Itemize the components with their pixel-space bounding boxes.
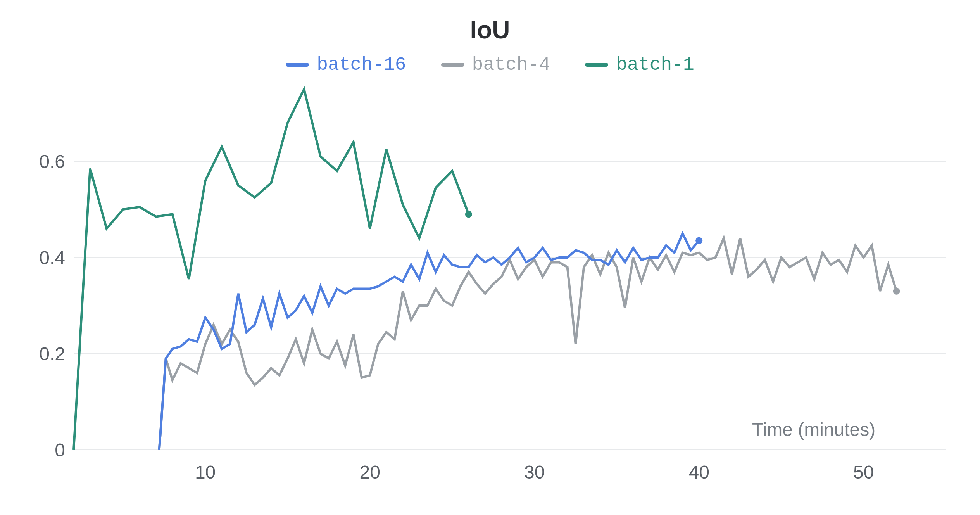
legend-swatch-icon: [286, 63, 309, 67]
y-tick-label: 0.6: [7, 151, 65, 172]
legend-label: batch-4: [472, 54, 550, 75]
x-tick-label: 20: [359, 461, 380, 483]
series-end-marker-batch-1: [465, 211, 472, 218]
x-tick-label: 40: [689, 461, 709, 483]
series-end-marker-batch-4: [893, 288, 900, 295]
legend-label: batch-1: [616, 54, 694, 75]
x-tick-label: 10: [195, 461, 216, 483]
plot-area: [74, 89, 946, 450]
y-tick-label: 0: [7, 439, 65, 461]
y-tick-label: 0.4: [7, 247, 65, 268]
legend-item-batch-4[interactable]: batch-4: [441, 54, 550, 75]
x-tick-label: 30: [524, 461, 545, 483]
legend-item-batch-1[interactable]: batch-1: [585, 54, 694, 75]
series-line-batch-16: [159, 233, 699, 450]
x-tick-label: 50: [853, 461, 874, 483]
chart-title: IoU: [0, 16, 980, 44]
legend-label: batch-16: [317, 54, 406, 75]
legend-swatch-icon: [441, 63, 464, 67]
series-end-marker-batch-16: [695, 237, 702, 244]
chart-container: IoU batch-16 batch-4 batch-1 0 0.2 0.4 0…: [0, 0, 980, 515]
y-tick-label: 0.2: [7, 343, 65, 365]
legend-swatch-icon: [585, 63, 608, 67]
legend: batch-16 batch-4 batch-1: [0, 54, 980, 75]
legend-item-batch-16[interactable]: batch-16: [286, 54, 406, 75]
plot-svg: [74, 89, 946, 450]
x-axis-title: Time (minutes): [752, 419, 875, 440]
series-line-batch-4: [159, 238, 897, 450]
